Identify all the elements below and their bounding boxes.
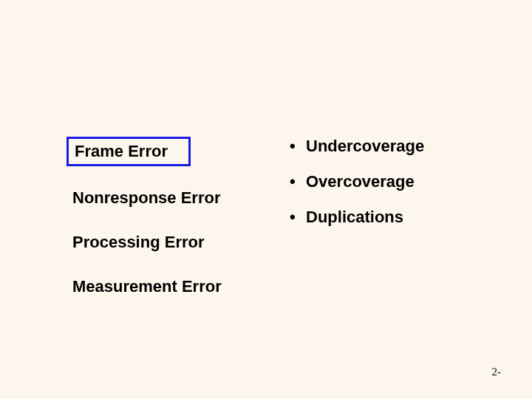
- page-number: 2-: [492, 366, 502, 378]
- error-type-frame: Frame Error: [66, 137, 191, 166]
- bullet-label: Overcoverage: [306, 172, 415, 191]
- bullet-item: • Overcoverage: [290, 172, 497, 191]
- bullet-icon: •: [290, 137, 306, 156]
- bullet-item: • Undercoverage: [290, 137, 497, 156]
- error-type-processing: Processing Error: [66, 230, 211, 255]
- error-type-measurement: Measurement Error: [66, 274, 228, 299]
- left-column: Frame Error Nonresponse Error Processing…: [66, 137, 259, 318]
- bullet-item: • Duplications: [290, 208, 497, 227]
- error-type-nonresponse: Nonresponse Error: [66, 185, 227, 211]
- bullet-label: Duplications: [306, 208, 403, 227]
- slide: Frame Error Nonresponse Error Processing…: [0, 0, 532, 399]
- bullet-label: Undercoverage: [306, 137, 424, 156]
- right-column: • Undercoverage • Overcoverage • Duplica…: [290, 137, 497, 243]
- bullet-icon: •: [290, 172, 306, 191]
- bullet-icon: •: [290, 208, 306, 227]
